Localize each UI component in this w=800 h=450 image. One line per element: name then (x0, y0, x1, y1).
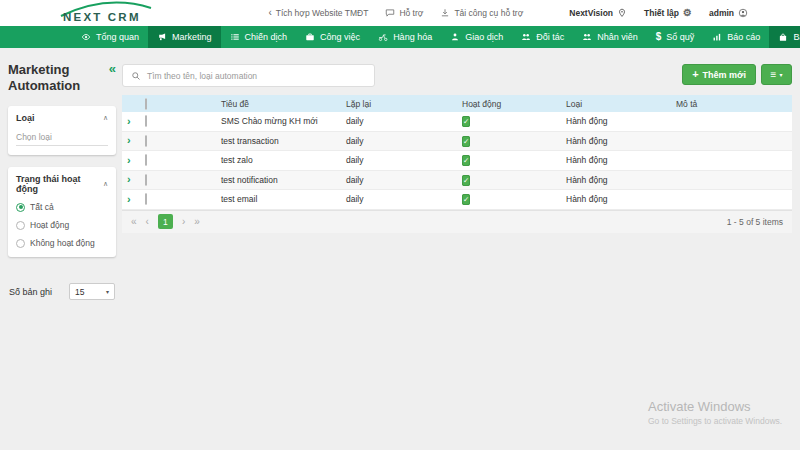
cell-repeat: daily (340, 155, 450, 165)
records-per-page-select[interactable]: 15 ▾ (69, 283, 115, 300)
nav-label: Chiến dịch (245, 32, 288, 42)
nav-item-cong-viec[interactable]: Công việc (296, 26, 369, 48)
settings-menu[interactable]: Thiết lập ⚙ (644, 8, 692, 18)
hamburger-icon: ≡ (771, 70, 777, 80)
chevron-up-icon[interactable]: ∧ (103, 180, 108, 188)
page-number-button[interactable]: 1 (158, 214, 173, 229)
table-row[interactable]: › test zalo daily ✓ Hành động (122, 151, 792, 171)
row-checkbox[interactable] (145, 193, 147, 205)
chevron-up-icon[interactable]: ∧ (103, 114, 108, 122)
sales-button[interactable]: Bán hàng (769, 26, 800, 48)
status-radio-active[interactable]: Hoạt động (16, 220, 108, 230)
row-checkbox[interactable] (145, 174, 147, 186)
cell-type: Hành động (560, 116, 670, 126)
add-new-button[interactable]: + Thêm mới (682, 64, 756, 85)
sidebar-collapse-icon[interactable]: « (109, 62, 116, 76)
records-value: 15 (75, 287, 84, 297)
watermark-title: Activate Windows (648, 399, 782, 414)
integrate-website-label: Tích hợp Website TMĐT (276, 8, 369, 18)
pagination-summary: 1 - 5 of 5 items (727, 217, 783, 227)
nav-item-chien-dich[interactable]: Chiến dịch (221, 26, 297, 48)
status-radio-inactive[interactable]: Không hoạt động (16, 238, 108, 248)
nav-item-bao-cao[interactable]: Báo cáo (703, 26, 769, 48)
nav-item-so-quy[interactable]: $ Sổ quỹ (647, 26, 704, 48)
nextcrm-logo: NEXT CRM (57, 1, 157, 25)
search-placeholder: Tìm theo tên, loại automation (147, 71, 257, 81)
active-checkbox[interactable]: ✓ (462, 194, 470, 205)
people-icon (521, 32, 531, 42)
search-icon (131, 71, 141, 81)
nav-item-tong-quan[interactable]: Tổng quan (72, 26, 148, 48)
cell-repeat: daily (340, 136, 450, 146)
download-tool-link[interactable]: Tải công cụ hỗ trợ (440, 8, 523, 18)
radio-label: Hoạt động (30, 220, 69, 230)
filter-card-status: Trạng thái hoạt động ∧ Tất cả Hoạt động … (8, 167, 116, 257)
active-checkbox[interactable]: ✓ (462, 175, 470, 186)
page-last-icon[interactable]: » (194, 217, 200, 227)
nav-item-giao-dich[interactable]: Giao dịch (441, 26, 512, 48)
nav-item-nhan-vien[interactable]: Nhân viên (573, 26, 647, 48)
user-menu[interactable]: admin (709, 8, 748, 18)
column-header-active: Hoạt động (450, 99, 560, 109)
cell-type: Hành động (560, 136, 670, 146)
active-checkbox[interactable]: ✓ (462, 116, 470, 127)
radio-icon (16, 239, 25, 248)
table-row[interactable]: › test email daily ✓ Hành động (122, 190, 792, 210)
table-row[interactable]: › test notification daily ✓ Hành động (122, 171, 792, 191)
support-label: Hỗ trợ (399, 8, 423, 18)
row-checkbox[interactable] (145, 154, 147, 166)
row-expand-icon[interactable]: › (127, 154, 131, 166)
page-title: Marketing Automation (8, 62, 80, 94)
row-expand-icon[interactable]: › (127, 193, 131, 205)
type-select[interactable]: Chọn loại (16, 132, 108, 146)
caret-down-icon: ▾ (106, 288, 109, 295)
table-row[interactable]: › test transaction daily ✓ Hành động (122, 132, 792, 152)
integrate-website-link[interactable]: ‹ Tích hợp Website TMĐT (268, 8, 368, 18)
megaphone-icon (157, 32, 167, 42)
list-icon (230, 32, 240, 42)
company-label: NextVision (569, 8, 613, 18)
watermark-subtitle: Go to Settings to activate Windows. (648, 416, 782, 426)
company-menu[interactable]: NextVision (569, 8, 627, 18)
briefcase-icon (305, 32, 315, 42)
support-link[interactable]: Hỗ trợ (385, 8, 423, 18)
download-icon (440, 8, 450, 18)
table-body: › SMS Chào mừng KH mới daily ✓ Hành động… (122, 112, 792, 210)
row-expand-icon[interactable]: › (127, 134, 131, 146)
active-checkbox[interactable]: ✓ (462, 155, 470, 166)
chart-icon (712, 32, 722, 42)
active-checkbox[interactable]: ✓ (462, 136, 470, 147)
list-options-button[interactable]: ≡ ▾ (761, 64, 792, 85)
table-row[interactable]: › SMS Chào mừng KH mới daily ✓ Hành động (122, 112, 792, 132)
plus-icon: + (692, 69, 698, 80)
cell-title: test zalo (215, 155, 340, 165)
row-expand-icon[interactable]: › (127, 115, 131, 127)
page-next-icon[interactable]: › (182, 217, 185, 227)
shopping-bag-icon (778, 32, 788, 42)
search-input[interactable]: Tìm theo tên, loại automation (122, 64, 375, 87)
column-header-type: Loại (560, 99, 670, 109)
gear-icon: ⚙ (683, 8, 692, 18)
page-first-icon[interactable]: « (131, 217, 137, 227)
row-expand-icon[interactable]: › (127, 173, 131, 185)
row-checkbox[interactable] (145, 135, 147, 147)
nav-label: Giao dịch (465, 32, 503, 42)
select-all-checkbox[interactable] (145, 98, 147, 110)
nav-item-marketing[interactable]: Marketing (148, 26, 221, 48)
chat-icon (385, 8, 395, 18)
main-content: Tìm theo tên, loại automation + Thêm mới… (122, 64, 792, 233)
filter-status-title: Trạng thái hoạt động (16, 174, 103, 194)
nav-item-doi-tac[interactable]: Đối tác (512, 26, 573, 48)
nav-item-hang-hoa[interactable]: Hàng hóa (369, 26, 441, 48)
cell-type: Hành động (560, 175, 670, 185)
status-radio-all[interactable]: Tất cả (16, 202, 108, 212)
logo-text: NEXT CRM (63, 11, 141, 23)
nav-label: Công việc (320, 32, 360, 42)
activate-windows-watermark: Activate Windows Go to Settings to activ… (648, 399, 782, 426)
main-nav: Tổng quan Marketing Chiến dịch Công việc… (0, 26, 800, 48)
row-checkbox[interactable] (145, 115, 147, 127)
nav-label: Sổ quỹ (666, 32, 694, 42)
nav-label: Hàng hóa (393, 32, 432, 42)
nav-label: Marketing (172, 32, 212, 42)
page-prev-icon[interactable]: ‹ (146, 217, 149, 227)
